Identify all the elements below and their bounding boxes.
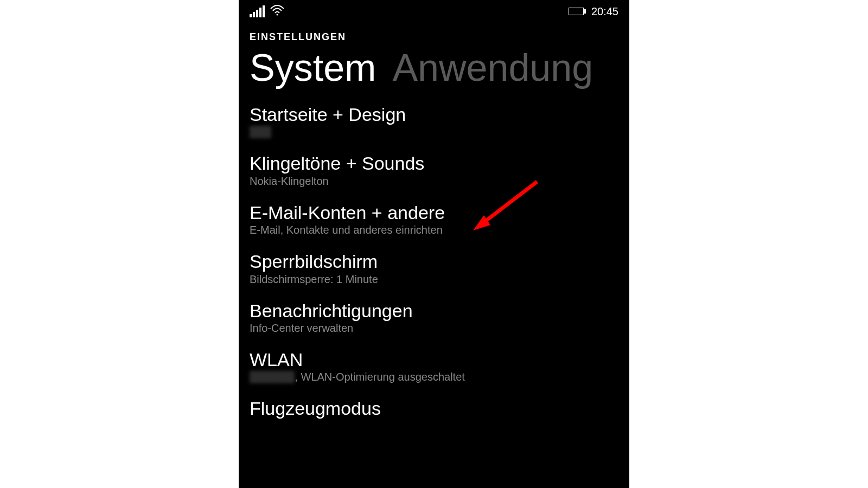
status-right: 20:45: [569, 5, 618, 18]
settings-list: Startseite + Design Blau Klingeltöne + S…: [239, 89, 629, 419]
pivot-tab-anwendungen[interactable]: Anwendung: [392, 46, 593, 89]
settings-item-ringtones-sounds[interactable]: Klingeltöne + Sounds Nokia-Klingelton: [250, 153, 618, 187]
status-left: [250, 4, 284, 19]
settings-item-notifications[interactable]: Benachrichtigungen Info-Center verwalten: [250, 301, 618, 335]
item-title: Sperrbildschirm: [250, 252, 618, 272]
item-subtitle: Netzwerk, WLAN-Optimierung ausgeschaltet: [250, 371, 618, 383]
settings-item-airplane-mode[interactable]: Flugzeugmodus: [250, 399, 618, 419]
cellular-signal-icon: [250, 5, 265, 17]
item-title: Benachrichtigungen: [250, 301, 618, 321]
settings-item-wlan[interactable]: WLAN Netzwerk, WLAN-Optimierung ausgesch…: [250, 350, 618, 383]
item-title: Startseite + Design: [250, 105, 618, 125]
item-subtitle: Nokia-Klingelton: [250, 175, 618, 188]
item-title: Flugzeugmodus: [250, 399, 618, 419]
item-title: E-Mail-Konten + andere: [250, 203, 618, 223]
clock: 20:45: [591, 5, 618, 18]
header-section: EINSTELLUNGEN System Anwendung: [239, 21, 629, 89]
pivot-header[interactable]: System Anwendung: [250, 46, 618, 89]
settings-item-start-design[interactable]: Startseite + Design Blau: [250, 105, 618, 138]
phone-screen: 20:45 EINSTELLUNGEN System Anwendung Sta…: [239, 0, 629, 488]
item-title: Klingeltöne + Sounds: [250, 153, 618, 174]
app-title: EINSTELLUNGEN: [250, 31, 618, 43]
wifi-icon: [270, 4, 284, 19]
item-title: WLAN: [250, 350, 618, 370]
settings-item-email-accounts[interactable]: E-Mail-Konten + andere E-Mail, Kontakte …: [250, 203, 618, 236]
item-subtitle: Blau: [250, 126, 618, 138]
status-bar: 20:45: [239, 0, 629, 21]
item-subtitle: Info-Center verwalten: [250, 322, 618, 335]
svg-point-0: [277, 14, 278, 15]
item-subtitle: E-Mail, Kontakte und anderes einrichten: [250, 224, 618, 236]
item-subtitle: Bildschirmsperre: 1 Minute: [250, 273, 618, 286]
settings-item-lock-screen[interactable]: Sperrbildschirm Bildschirmsperre: 1 Minu…: [250, 252, 618, 285]
battery-icon: [569, 8, 586, 15]
pivot-tab-system[interactable]: System: [250, 46, 376, 89]
